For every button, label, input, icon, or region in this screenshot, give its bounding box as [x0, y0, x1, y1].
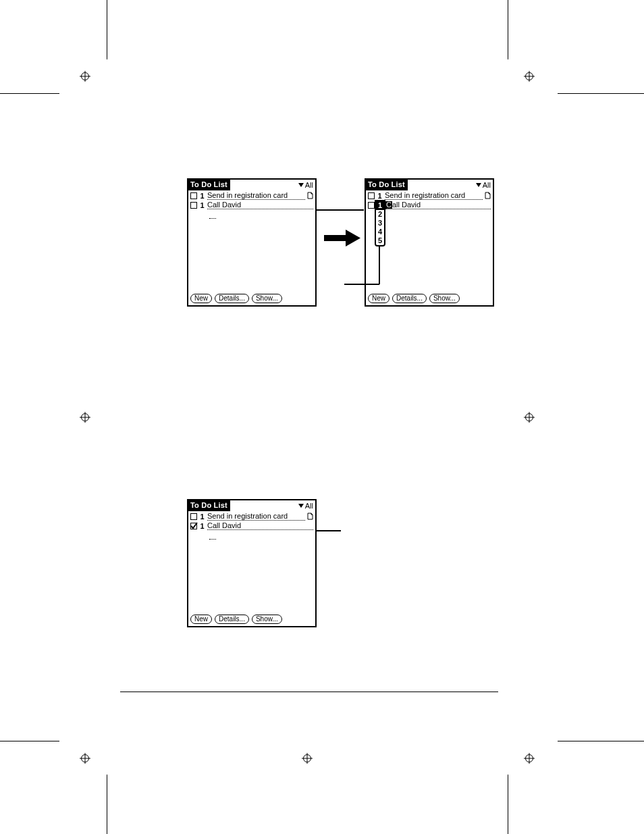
titlebar: To Do List All	[188, 500, 315, 511]
details-button[interactable]: Details...	[392, 294, 427, 303]
registration-mark	[524, 753, 535, 764]
show-button[interactable]: Show...	[252, 294, 282, 303]
registration-mark	[80, 753, 90, 764]
svg-marker-22	[346, 230, 360, 246]
checkbox-icon[interactable]	[190, 202, 197, 209]
priority-popup[interactable]: 1 2 3 4 5	[375, 200, 385, 246]
priority-value[interactable]: 1	[199, 201, 205, 209]
svg-point-3	[526, 73, 533, 80]
task-text[interactable]: Send in registration card	[385, 192, 483, 200]
todo-screen-checked: To Do List All 1 Send in registration ca…	[187, 499, 317, 627]
priority-option[interactable]: 5	[376, 236, 384, 245]
callout-line	[379, 246, 380, 284]
checkbox-icon[interactable]	[190, 192, 197, 199]
page-rule	[120, 692, 498, 692]
crop-mark	[508, 775, 508, 834]
checkbox-checked-icon[interactable]	[190, 523, 197, 529]
details-button[interactable]: Details...	[215, 615, 249, 624]
app-title: To Do List	[366, 180, 408, 190]
category-selector[interactable]: All	[298, 180, 315, 190]
category-selector[interactable]: All	[298, 500, 315, 511]
registration-mark	[524, 71, 535, 82]
priority-option[interactable]: 3	[376, 219, 384, 228]
note-icon[interactable]	[307, 192, 313, 199]
category-label: All	[483, 181, 491, 189]
task-text[interactable]: Send in registration card	[207, 192, 305, 200]
note-icon[interactable]	[307, 513, 313, 520]
priority-option[interactable]: 1	[376, 201, 384, 210]
priority-value[interactable]: 1	[199, 522, 205, 530]
category-label: All	[305, 181, 313, 189]
task-text[interactable]: Send in registration card	[207, 513, 305, 521]
registration-mark	[80, 71, 90, 82]
checkbox-icon[interactable]	[368, 202, 375, 209]
details-button[interactable]: Details...	[215, 294, 249, 303]
todo-item[interactable]: 1 Send in registration card	[368, 192, 491, 201]
crop-mark	[107, 0, 107, 59]
priority-value[interactable]: 1	[199, 513, 205, 521]
svg-point-18	[526, 755, 533, 762]
crop-mark	[0, 93, 59, 94]
new-button[interactable]: New	[368, 294, 390, 303]
show-button[interactable]: Show...	[252, 615, 282, 624]
new-button[interactable]: New	[190, 294, 212, 303]
todo-item[interactable]: 1 Send in registration card	[190, 513, 313, 522]
category-selector[interactable]: All	[476, 180, 493, 190]
cursor-line	[209, 211, 216, 219]
task-text[interactable]: Call David	[207, 201, 313, 209]
todo-item[interactable]: 1 Call David	[190, 522, 313, 531]
priority-value[interactable]: 1	[199, 192, 205, 200]
new-button[interactable]: New	[190, 615, 212, 624]
dropdown-icon	[298, 183, 304, 187]
app-title: To Do List	[188, 180, 230, 190]
note-icon[interactable]	[485, 192, 491, 199]
svg-point-0	[82, 73, 89, 80]
app-title: To Do List	[188, 500, 230, 511]
category-label: All	[305, 502, 313, 510]
dropdown-icon	[298, 504, 304, 508]
priority-option[interactable]: 4	[376, 228, 384, 236]
crop-mark	[558, 741, 644, 741]
svg-point-15	[304, 755, 311, 762]
registration-mark	[80, 412, 90, 423]
callout-line	[317, 530, 341, 531]
crop-mark	[107, 775, 107, 834]
registration-mark	[524, 412, 535, 423]
svg-point-12	[82, 755, 89, 762]
priority-value[interactable]: 1	[377, 192, 383, 200]
todo-item[interactable]: 1 Call David	[368, 201, 491, 211]
crop-mark	[0, 741, 59, 741]
task-text[interactable]: Call David	[385, 201, 491, 209]
dropdown-icon	[476, 183, 481, 187]
todo-item[interactable]: 1 Call David	[190, 201, 313, 211]
svg-rect-21	[324, 235, 346, 241]
priority-option[interactable]: 2	[376, 210, 384, 219]
registration-mark	[302, 753, 313, 764]
callout-line	[344, 284, 379, 285]
svg-point-9	[526, 414, 533, 421]
task-text[interactable]: Call David	[207, 522, 313, 530]
callout-line	[317, 209, 364, 211]
titlebar: To Do List All	[366, 180, 493, 190]
checkbox-icon[interactable]	[368, 192, 375, 199]
crop-mark	[558, 93, 644, 94]
checkbox-icon[interactable]	[190, 513, 197, 520]
todo-screen-priority-popup: To Do List All 1 Send in registration ca…	[365, 178, 494, 307]
titlebar: To Do List All	[188, 180, 315, 190]
cursor-line	[209, 531, 216, 540]
arrow-icon	[324, 228, 361, 250]
todo-screen-before: To Do List All 1 Send in registration ca…	[187, 178, 317, 307]
show-button[interactable]: Show...	[429, 294, 460, 303]
svg-point-6	[82, 414, 89, 421]
todo-item[interactable]: 1 Send in registration card	[190, 192, 313, 201]
crop-mark	[508, 0, 508, 59]
